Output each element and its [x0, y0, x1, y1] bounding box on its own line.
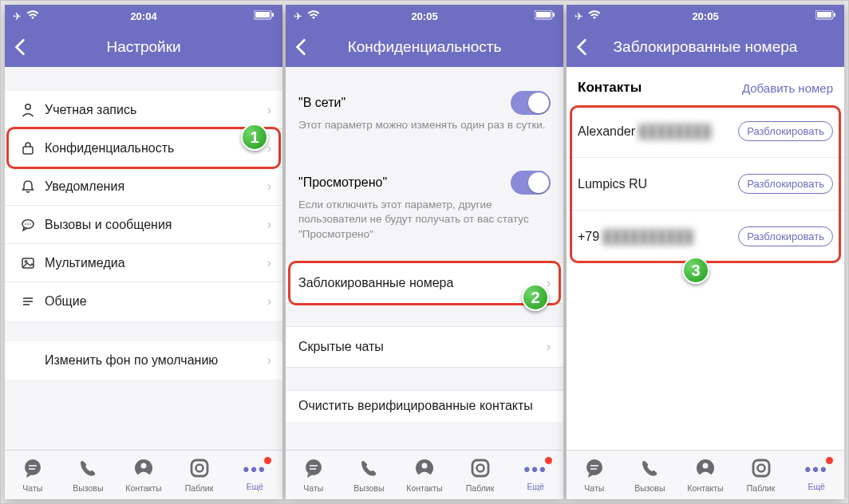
- svg-rect-4: [23, 147, 33, 154]
- tab-label: Паблик: [466, 483, 495, 493]
- tab-label: Ещё: [246, 482, 263, 491]
- row-privacy[interactable]: Конфиденциальность ›: [5, 129, 282, 167]
- tab-contacts[interactable]: Контакты: [401, 458, 448, 493]
- public-icon: [751, 458, 772, 482]
- contact-row: Lumpics RU Разблокировать: [567, 158, 844, 211]
- tab-more[interactable]: ••• Ещё: [231, 459, 278, 491]
- more-icon: •••: [243, 459, 267, 480]
- nav-title: Конфиденциальность: [348, 38, 502, 56]
- row-label: Вызовы и сообщения: [40, 218, 267, 232]
- tab-public[interactable]: Паблик: [737, 458, 785, 493]
- tab-more[interactable]: •••Ещё: [511, 459, 559, 491]
- svg-point-28: [421, 463, 427, 468]
- tab-label: Чаты: [584, 483, 604, 493]
- tab-label: Паблик: [185, 483, 214, 493]
- tab-calls[interactable]: Вызовы: [64, 458, 112, 493]
- chevron-right-icon: ›: [267, 353, 271, 368]
- row-blocked-numbers[interactable]: Заблокированные номера ›: [286, 262, 563, 304]
- row-label: Уведомления: [40, 179, 267, 194]
- tab-label: Контакты: [125, 483, 161, 493]
- blocked-list: Контакты Добавить номер Alexander ██████…: [567, 67, 844, 450]
- tab-more[interactable]: •••Ещё: [792, 459, 840, 491]
- nav-bar: Настройки: [5, 27, 282, 67]
- tab-chats[interactable]: Чаты: [290, 458, 338, 493]
- svg-point-8: [30, 223, 31, 225]
- status-time: 20:05: [567, 10, 844, 22]
- tab-label: Вызовы: [353, 483, 384, 493]
- tab-label: Ещё: [527, 482, 543, 491]
- tab-label: Паблик: [747, 483, 776, 493]
- chats-icon: [584, 458, 605, 482]
- seen-label: "Просмотрено": [298, 175, 387, 190]
- notification-dot: [826, 457, 833, 464]
- status-time: 20:05: [286, 10, 563, 22]
- contact-name: Lumpics RU: [578, 177, 647, 191]
- row-general[interactable]: Общие ›: [5, 282, 282, 321]
- online-toggle[interactable]: [511, 91, 551, 115]
- contact-name: +79 ██████████: [578, 230, 693, 244]
- svg-point-10: [25, 260, 27, 262]
- contact-row: Alexander ████████ Разблокировать: [567, 105, 844, 158]
- public-icon: [189, 458, 210, 482]
- seen-description: Если отключить этот параметр, другие пол…: [286, 198, 563, 251]
- chevron-right-icon: ›: [267, 141, 271, 156]
- online-description: Этот параметр можно изменять один раз в …: [286, 118, 563, 142]
- chevron-right-icon: ›: [547, 340, 551, 354]
- public-icon: [470, 458, 491, 482]
- unblock-button[interactable]: Разблокировать: [738, 121, 833, 141]
- tab-public[interactable]: Паблик: [456, 458, 504, 493]
- notification-dot: [264, 457, 271, 464]
- user-icon: [16, 102, 40, 118]
- tab-chats[interactable]: Чаты: [571, 458, 618, 493]
- row-label: Учетная запись: [40, 103, 267, 117]
- svg-point-40: [757, 464, 764, 471]
- bell-icon: [16, 179, 40, 195]
- tab-calls[interactable]: Вызовы: [345, 458, 393, 493]
- back-button[interactable]: [294, 27, 308, 67]
- unblock-button[interactable]: Разблокировать: [738, 174, 833, 194]
- chats-icon: [22, 458, 43, 482]
- row-label: Очистить верифицированные контакты: [298, 399, 551, 413]
- tab-label: Контакты: [406, 483, 442, 493]
- tab-label: Ещё: [808, 482, 824, 491]
- row-label: Общие: [40, 294, 267, 309]
- tab-chats[interactable]: Чаты: [9, 458, 57, 493]
- nav-bar: Конфиденциальность: [286, 27, 563, 67]
- tab-calls[interactable]: Вызовы: [626, 458, 673, 493]
- more-icon: •••: [805, 459, 828, 480]
- tab-label: Чаты: [303, 483, 323, 493]
- svg-rect-19: [192, 460, 207, 476]
- tab-bar: Чаты Вызовы Контакты Паблик •••Ещё: [567, 450, 844, 499]
- back-button[interactable]: [13, 27, 27, 67]
- row-label: Конфиденциальность: [40, 141, 267, 156]
- notification-dot: [545, 457, 552, 464]
- row-wallpaper[interactable]: Изменить фон по умолчанию ›: [5, 341, 282, 380]
- screen-settings: ✈ 20:04 Настройки Учетная запись ›: [5, 5, 282, 499]
- tab-contacts[interactable]: Контакты: [120, 458, 168, 493]
- chevron-right-icon: ›: [267, 103, 271, 117]
- phone-icon: [77, 458, 98, 482]
- svg-point-38: [702, 463, 708, 468]
- svg-point-6: [25, 223, 26, 225]
- tab-label: Вызовы: [73, 483, 103, 493]
- nav-title: Заблокированные номера: [614, 38, 798, 56]
- row-hidden-chats[interactable]: Скрытые чаты ›: [286, 326, 563, 368]
- tab-contacts[interactable]: Контакты: [681, 458, 729, 493]
- status-bar: ✈ 20:05: [567, 5, 844, 27]
- row-calls-messages[interactable]: Вызовы и сообщения ›: [5, 206, 282, 244]
- seen-toggle[interactable]: [511, 171, 551, 195]
- back-button[interactable]: [575, 27, 589, 67]
- phone-icon: [358, 458, 379, 482]
- row-account[interactable]: Учетная запись ›: [5, 91, 282, 129]
- svg-point-7: [27, 223, 29, 225]
- row-multimedia[interactable]: Мультимедиа ›: [5, 244, 282, 282]
- row-clear-verified[interactable]: Очистить верифицированные контакты: [286, 390, 563, 422]
- tab-public[interactable]: Паблик: [176, 458, 223, 493]
- tab-label: Вызовы: [634, 483, 665, 493]
- nav-bar: Заблокированные номера: [567, 27, 844, 67]
- chevron-right-icon: ›: [267, 218, 271, 232]
- add-number-button[interactable]: Добавить номер: [742, 81, 833, 95]
- row-notifications[interactable]: Уведомления ›: [5, 167, 282, 206]
- unblock-button[interactable]: Разблокировать: [738, 226, 833, 246]
- row-label: Мультимедиа: [40, 256, 267, 270]
